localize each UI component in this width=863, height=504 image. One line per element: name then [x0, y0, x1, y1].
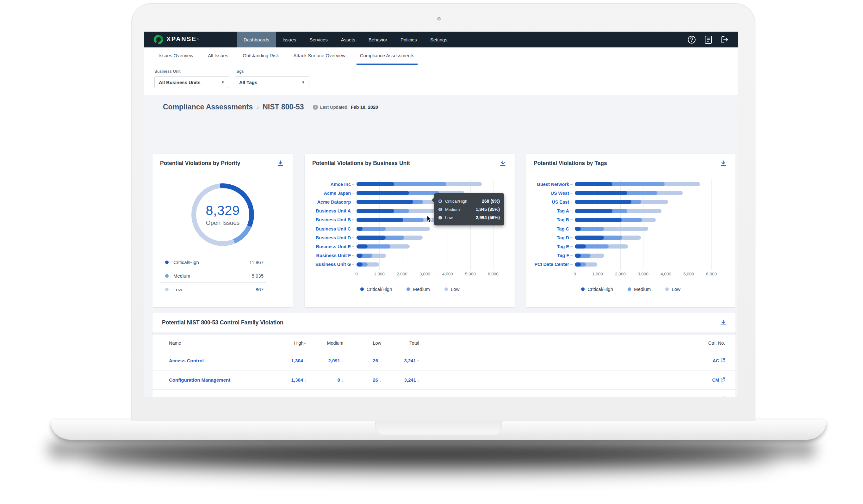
ctrl-no-link-cm[interactable]: CM — [712, 377, 725, 382]
high-value: 1,304↓ — [270, 377, 306, 382]
breadcrumb-section: Compliance Assessments — [163, 103, 253, 111]
bar-segment-critical-acme-japan[interactable] — [357, 191, 409, 195]
table-row-access-control[interactable]: Access Control1,304↓2,091↓26↓3,241↑AC — [152, 351, 736, 370]
bar-segment-critical-business-unit-b[interactable] — [357, 218, 403, 222]
category-label-acme-datacorp[interactable]: Acme Datacorp — [305, 200, 351, 204]
category-label-business-unit-c[interactable]: Business Unit C — [305, 227, 351, 231]
tags-bar-chart[interactable]: 01,0002,0003,0004,0005,0006,000Guest Net… — [526, 173, 736, 307]
ctrl-no-link-pe[interactable]: PE — [713, 396, 725, 397]
column-header-low[interactable]: Low — [343, 341, 381, 345]
download-icon[interactable] — [718, 318, 728, 328]
priority-legend-row-critical-high[interactable]: Critical/High11,867 — [160, 255, 266, 269]
x-axis-tick: 6,000 — [701, 272, 722, 276]
category-label-acme-japan[interactable]: Acme Japan — [305, 191, 351, 196]
ctrl-no-link-ac[interactable]: AC — [713, 358, 725, 363]
legend-label: Medium — [173, 273, 190, 279]
nav-item-assets[interactable]: Assets — [334, 32, 362, 48]
bar-segment-critical-tag-b[interactable] — [575, 218, 622, 222]
legend-label: Medium — [413, 287, 429, 292]
nav-item-policies[interactable]: Policies — [394, 32, 424, 48]
bar-segment-critical-us-west[interactable] — [575, 191, 627, 195]
bar-segment-critical-business-unit-d[interactable] — [357, 236, 386, 240]
category-label-business-unit-e[interactable]: Business Unit E — [305, 244, 351, 249]
category-label-business-unit-f[interactable]: Business Unit F — [305, 253, 351, 258]
legend-dot-icon — [165, 261, 168, 264]
legend-label: Low — [173, 287, 182, 292]
high-value: 0↓ — [270, 396, 306, 397]
screen: XPANSE™ DashboardsIssuesServicesAssetsBe… — [144, 32, 738, 397]
legend-item-low: Low — [665, 287, 680, 292]
primary-nav: DashboardsIssuesServicesAssetsBehaviorPo… — [237, 32, 454, 48]
category-label-business-unit-d[interactable]: Business Unit D — [305, 236, 351, 240]
download-icon[interactable] — [718, 159, 728, 168]
table-row-physical-and-environmental-protection[interactable]: Physical and Environmental Protection0↓2… — [152, 390, 736, 397]
nav-item-dashboards[interactable]: Dashboards — [237, 32, 276, 48]
column-header-ctrl-no[interactable]: Ctrl. No. — [693, 341, 725, 345]
bar-segment-critical-business-unit-a[interactable] — [357, 209, 394, 213]
column-header-high[interactable]: High+ — [270, 341, 306, 345]
download-icon[interactable] — [498, 159, 508, 168]
bar-segment-critical-business-unit-g[interactable] — [357, 262, 363, 266]
category-label-amce-inc[interactable]: Amce Inc — [305, 182, 351, 187]
donut-chart[interactable]: 8,329 Open Issues — [191, 184, 254, 246]
column-header-total[interactable]: Total — [381, 341, 419, 345]
bar-segment-critical-us-east[interactable] — [575, 200, 631, 204]
tab-outstanding-risk[interactable]: Outstanding Risk — [239, 48, 282, 65]
category-label-tag-d[interactable]: Tag D — [526, 236, 569, 240]
tooltip-value: 1,845 (35%) — [476, 207, 500, 212]
nav-item-settings[interactable]: Settings — [424, 32, 454, 48]
control-family-link[interactable]: Configuration Management — [169, 377, 270, 382]
bar-segment-critical-pci-data-center[interactable] — [575, 262, 581, 266]
sign-out-icon[interactable] — [720, 35, 729, 44]
category-label-pci-data-center[interactable]: PCI Data Center — [526, 262, 569, 266]
category-label-business-unit-b[interactable]: Business Unit B — [305, 217, 351, 222]
category-label-us-east[interactable]: US East — [526, 200, 569, 204]
nav-item-services[interactable]: Services — [303, 32, 334, 48]
category-label-business-unit-a[interactable]: Business Unit A — [305, 209, 351, 213]
nav-item-issues[interactable]: Issues — [276, 32, 303, 48]
help-icon[interactable] — [687, 35, 696, 44]
priority-legend-row-medium[interactable]: Medium5,035 — [160, 269, 266, 283]
download-icon[interactable] — [276, 159, 285, 168]
table-row-configuration-management[interactable]: Configuration Management1,304↓0↓26↓3,241… — [152, 370, 736, 390]
legend-value: 5,035 — [251, 273, 266, 279]
ctrl-no-cell: CM — [693, 377, 725, 383]
documentation-icon[interactable] — [704, 35, 712, 44]
tab-all-issues[interactable]: All Issues — [204, 48, 232, 65]
category-label-tag-c[interactable]: Tag C — [526, 227, 569, 231]
column-header-name[interactable]: Name — [169, 341, 270, 345]
tab-compliance-assessments[interactable]: Compliance Assessments — [357, 48, 418, 65]
category-label-tag-f[interactable]: Tag F — [526, 253, 569, 258]
nav-item-behavior[interactable]: Behavior — [362, 32, 394, 48]
bar-segment-critical-tag-d[interactable] — [575, 236, 604, 240]
bar-segment-critical-tag-f[interactable] — [575, 254, 581, 258]
laptop-shadow-core — [85, 443, 778, 469]
priority-legend-row-low[interactable]: Low867 — [160, 283, 266, 296]
column-header-medium[interactable]: Medium — [306, 341, 343, 345]
category-label-tag-e[interactable]: Tag E — [526, 244, 569, 249]
category-label-guest-network[interactable]: Guest Network — [526, 182, 569, 187]
business-unit-select[interactable]: All Business Units ▼ — [154, 76, 229, 88]
category-label-tag-a[interactable]: Tag A — [526, 209, 569, 213]
legend-dot-icon — [407, 287, 410, 291]
category-label-us-west[interactable]: US West — [526, 191, 569, 196]
control-family-link[interactable]: Access Control — [169, 358, 270, 363]
bar-segment-critical-business-unit-e[interactable] — [357, 244, 367, 249]
tab-attack-surface-overview[interactable]: Attack Surface Overview — [290, 48, 349, 65]
bar-segment-critical-guest-network[interactable] — [575, 182, 612, 186]
bar-segment-critical-tag-c[interactable] — [575, 227, 581, 231]
tags-select[interactable]: All Tags ▼ — [235, 76, 309, 88]
control-family-link[interactable]: Physical and Environmental Protection — [169, 396, 270, 397]
bar-segment-critical-tag-e[interactable] — [575, 244, 586, 249]
category-label-business-unit-g[interactable]: Business Unit G — [305, 262, 351, 266]
bar-segment-critical-acme-datacorp[interactable] — [357, 200, 413, 204]
bar-segment-critical-business-unit-c[interactable] — [357, 227, 363, 231]
table-column-headers: NameHigh+MediumLowTotalCtrl. No. — [152, 335, 736, 351]
category-label-tag-b[interactable]: Tag B — [526, 217, 569, 222]
bar-segment-critical-tag-a[interactable] — [575, 209, 612, 213]
table-title: Potential NIST 800-53 Control Family Vio… — [162, 319, 284, 326]
card-violations-by-tags: Potential Violations by Tags 01,0002,000… — [526, 154, 736, 307]
bar-segment-critical-amce-inc[interactable] — [357, 182, 394, 186]
tab-issues-overview[interactable]: Issues Overview — [155, 48, 197, 65]
bar-segment-critical-business-unit-f[interactable] — [357, 254, 363, 258]
